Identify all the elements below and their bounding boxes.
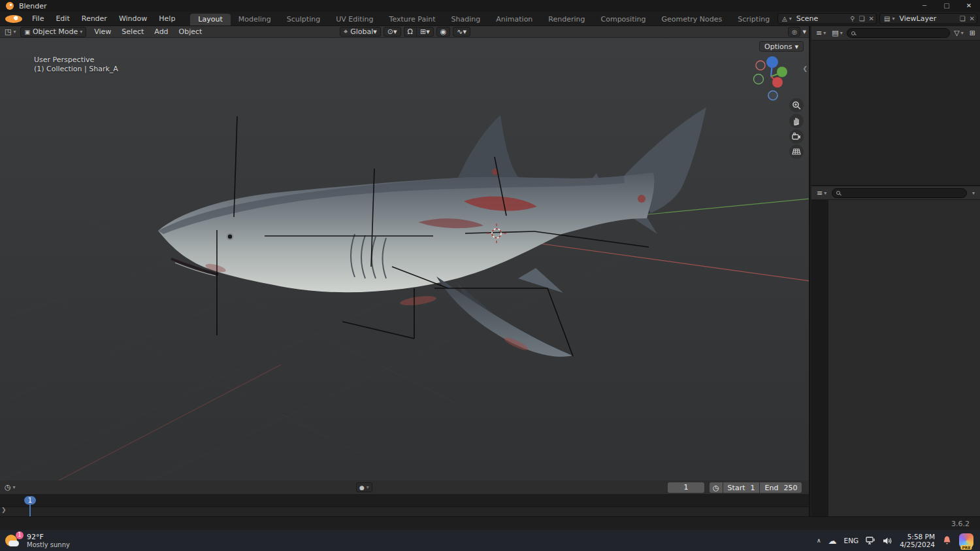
viewlayer-selector[interactable]: ▤ ▾ ViewLayer ❏ ✕ [879,13,977,24]
chevron-down-icon[interactable]: ▾ [802,27,806,36]
unlink-scene-icon[interactable]: ✕ [867,15,876,22]
snap-toggle[interactable]: Ω [404,27,416,37]
shark-scene[interactable] [0,38,810,480]
properties-editor-type-dropdown[interactable]: ≡▾ [815,188,828,198]
frame-start-field[interactable]: Start1 [723,482,760,493]
viewlayer-name[interactable]: ViewLayer [897,14,957,23]
status-bar: 3.6.2 [0,516,980,530]
volume-icon[interactable] [883,537,892,545]
maximize-button[interactable]: □ [936,0,958,12]
timeline-editor-type-dropdown[interactable]: ◷▾ [1,482,19,493]
object-mode-icon: ▣ [24,29,30,35]
viewport-menu-select[interactable]: Select [116,26,149,37]
clock[interactable]: 5:58 PM 4/25/2024 [900,533,935,548]
transform-orientation-dropdown[interactable]: ⌖ Global ▾ [340,27,381,37]
axis-z[interactable] [766,56,778,68]
blender-window: Blender ─ □ ✕ FileEditRenderWindowHelp L… [0,0,980,551]
frame-range-group: ◷ Start1 End250 [710,482,802,493]
properties-search-input[interactable] [832,188,967,198]
visibility-dropdown[interactable]: ◎ [788,27,800,37]
playhead[interactable]: 1 [24,496,36,505]
scene-name[interactable]: Scene [794,14,849,23]
workspace-tab-rendering[interactable]: Rendering [540,14,593,25]
outliner-display-mode-dropdown[interactable]: ≡▾ [814,28,828,39]
onedrive-icon[interactable]: ☁ [828,536,837,546]
pivot-point-dropdown[interactable]: ⊙▾ [384,27,401,37]
use-preview-range-toggle[interactable]: ◷ [710,482,723,493]
workspace-tab-layout[interactable]: Layout [190,14,230,25]
pin-icon[interactable]: ⚲ [848,15,857,22]
filter-funnel-dropdown[interactable]: ▽▾ [952,28,965,39]
menu-render[interactable]: Render [76,12,113,25]
menu-file[interactable]: File [26,12,50,25]
outliner-search-input[interactable] [847,28,951,38]
language-indicator[interactable]: ENG [844,537,859,544]
menu-help[interactable]: Help [153,12,181,25]
frame-end-field[interactable]: End250 [760,482,802,493]
timeline-track[interactable] [0,507,809,516]
viewport-menu-view[interactable]: View [89,26,116,37]
chevron-down-icon: ▾ [892,16,897,22]
outliner-filter-mode-dropdown[interactable]: ▤▾ [830,28,844,39]
timeline-editor: ◷▾ ●▾ 1 ◷ Start1 End250 1 ❯ [0,480,810,516]
workspace-tab-modeling[interactable]: Modeling [231,14,279,25]
new-viewlayer-icon[interactable]: ❏ [958,15,968,22]
workspace-tab-compositing[interactable]: Compositing [593,14,654,25]
properties-editor: ≡▾ ▾ [811,185,980,516]
editor-type-dropdown[interactable]: ◳▾ [1,27,19,37]
viewport-menu-add[interactable]: Add [149,26,173,37]
network-icon[interactable] [866,537,875,545]
close-button[interactable]: ✕ [958,0,980,12]
proportional-editing-toggle[interactable]: ◉ [436,27,451,37]
scene-selector[interactable]: ◬ ▾ Scene ⚲ ❏ ✕ [777,13,877,24]
timeline-ruler[interactable] [0,495,809,507]
chevron-down-icon: ▾ [789,16,794,22]
mode-dropdown[interactable]: ▣ Object Mode ▾ [20,27,86,37]
pan-hand-button[interactable] [789,114,804,128]
blender-menu-icon[interactable] [5,15,22,23]
axis-neg-x[interactable] [756,61,765,70]
panel-collapse-arrow[interactable]: ❮ [802,65,808,72]
menu-window[interactable]: Window [113,12,153,25]
viewport-menu-object[interactable]: Object [174,26,208,37]
copilot-icon[interactable]: PRE [959,533,973,548]
timeline-collapse-arrow[interactable]: ❯ [1,507,7,513]
falloff-dropdown[interactable]: ∿▾ [453,27,470,37]
outliner-header: ≡▾ ▤▾ ▽▾ ⊞ [811,26,980,41]
weather-widget[interactable]: 1 92°F Mostly sunny [5,533,162,549]
axis-neg-y[interactable] [754,75,764,84]
properties-options-dropdown[interactable]: ▾ [970,188,977,198]
workspace-tab-sculpting[interactable]: Sculpting [279,14,328,25]
workspace-tab-scripting[interactable]: Scripting [730,14,777,25]
right-panel: ≡▾ ▤▾ ▽▾ ⊞ ≡▾ ▾ [811,26,980,516]
viewport-3d[interactable]: ◳▾ ▣ Object Mode ▾ ViewSelectAddObject ⌖… [0,26,810,480]
scene-icon: ◬ [778,15,789,22]
tray-date: 4/25/2024 [900,541,935,548]
axis-neg-z[interactable] [768,91,777,100]
title-bar: Blender ─ □ ✕ [0,0,980,12]
new-scene-icon[interactable]: ❏ [857,15,867,22]
workspace-tab-texture-paint[interactable]: Texture Paint [382,14,444,25]
playhead-line[interactable] [29,505,31,516]
menu-edit[interactable]: Edit [50,12,75,25]
current-frame-field[interactable]: 1 [668,482,704,493]
options-button[interactable]: Options▾ [759,41,804,52]
workspace-tab-geometry-nodes[interactable]: Geometry Nodes [653,14,730,25]
remove-viewlayer-icon[interactable]: ✕ [968,15,977,22]
camera-view-button[interactable] [789,129,804,144]
axis-y[interactable] [777,67,787,77]
zoom-button[interactable] [789,98,804,112]
axis-x[interactable] [772,77,783,88]
workspace-tab-shading[interactable]: Shading [444,14,489,25]
active-object-label: (1) Collection | Shark_A [34,65,118,74]
navigation-gizmo[interactable] [746,55,798,107]
workspace-tab-animation[interactable]: Animation [488,14,540,25]
new-collection-button[interactable]: ⊞ [968,28,977,39]
tray-overflow-chevron-icon[interactable]: ∧ [817,537,821,544]
minimize-button[interactable]: ─ [913,0,936,12]
auto-keying-toggle[interactable]: ●▾ [356,482,372,492]
snap-target-dropdown[interactable]: ⊞▾ [416,27,434,37]
notification-bell-icon[interactable] [942,535,952,546]
ortho-grid-button[interactable] [789,144,804,159]
workspace-tab-uv-editing[interactable]: UV Editing [328,14,381,25]
